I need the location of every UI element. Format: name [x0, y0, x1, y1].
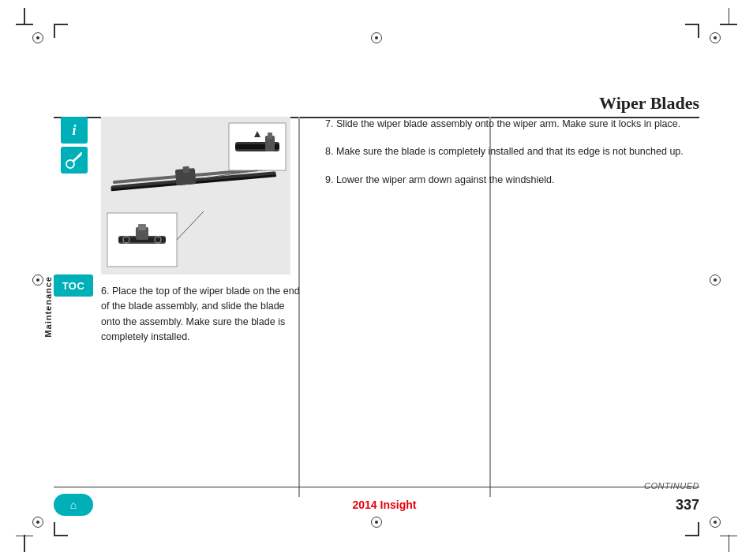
svg-rect-12: [268, 133, 272, 139]
step9: 9. Lower the wiper arm down against the …: [325, 173, 699, 188]
left-column: 6. Place the top of the wiper blade on t…: [101, 117, 306, 497]
home-button[interactable]: ⌂: [54, 494, 93, 516]
svg-rect-19: [138, 224, 146, 230]
wiper-diagram: [101, 117, 290, 274]
svg-rect-7: [182, 166, 189, 174]
corner-bracket-bl: [54, 522, 68, 536]
main-content: 6. Place the top of the wiper blade on t…: [101, 117, 699, 497]
info-icon[interactable]: i: [61, 117, 88, 144]
reg-mark-br: [707, 514, 723, 530]
maintenance-icon[interactable]: [61, 147, 88, 174]
corner-bracket-br: [685, 522, 699, 536]
page-footer: ⌂ 2014 Insight 337: [54, 487, 699, 516]
reg-mark-bl: [30, 514, 46, 530]
reg-mark-mr: [707, 272, 723, 288]
wiper-illustration: [101, 117, 290, 274]
reg-mark-tr: [707, 30, 723, 46]
footer-title: 2014 Insight: [353, 498, 417, 511]
crop-line: [24, 535, 25, 552]
page-title: Wiper Blades: [599, 93, 699, 114]
page-number: 337: [676, 497, 699, 513]
crop-line: [729, 8, 730, 25]
steps-list: 7. Slide the wiper blade assembly onto t…: [325, 117, 699, 188]
step7: 7. Slide the wiper blade assembly onto t…: [325, 117, 699, 132]
reg-mark-tc: [369, 30, 384, 46]
step8: 8. Make sure the blade is completely ins…: [325, 144, 699, 159]
maintenance-label: Maintenance: [43, 276, 53, 338]
home-icon: ⌂: [70, 498, 77, 511]
page-header: Wiper Blades: [54, 93, 699, 118]
wrench-svg: [66, 151, 83, 169]
crop-line: [24, 8, 25, 25]
step6-text: 6. Place the top of the wiper blade on t…: [101, 284, 306, 345]
svg-line-22: [177, 211, 204, 240]
left-sidebar: i: [54, 117, 95, 174]
right-column: 7. Slide the wiper blade assembly onto t…: [306, 117, 699, 497]
toc-button[interactable]: TOC: [54, 274, 93, 297]
crop-line: [729, 535, 730, 552]
corner-bracket-tl: [54, 24, 68, 38]
reg-mark-bc: [369, 514, 384, 530]
reg-mark-tl: [30, 30, 46, 46]
corner-bracket-tr: [685, 24, 699, 38]
